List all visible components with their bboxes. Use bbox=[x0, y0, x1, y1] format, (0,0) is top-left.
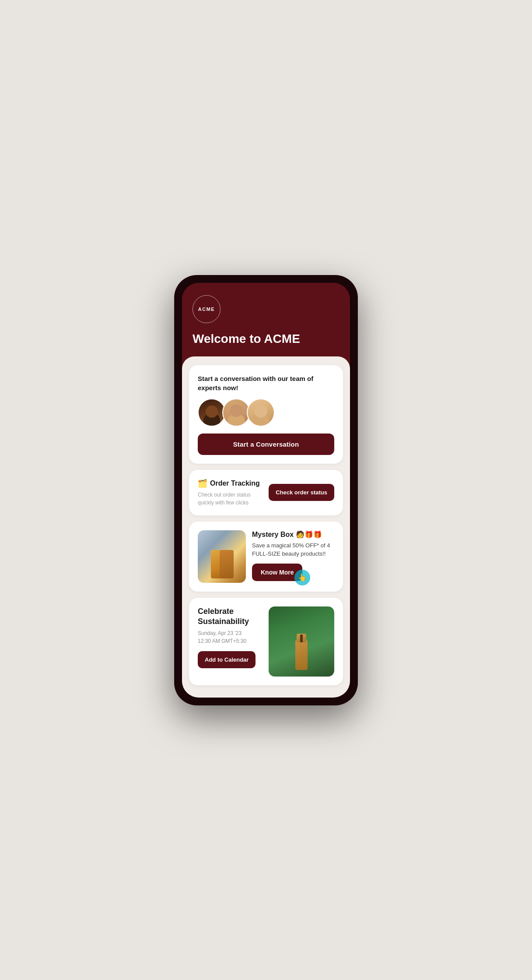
order-tracking-icon: 🗂️ bbox=[198, 479, 207, 488]
conversation-card-title: Start a conversation with our team of ex… bbox=[198, 374, 334, 392]
start-conversation-button[interactable]: Start a Conversation bbox=[198, 434, 334, 455]
conversation-card: Start a conversation with our team of ex… bbox=[189, 365, 343, 464]
avatar-agent-3 bbox=[247, 398, 275, 427]
avatars-row bbox=[198, 398, 334, 427]
logo-circle: ACME bbox=[192, 295, 220, 323]
mystery-box-image bbox=[198, 530, 246, 583]
sustainability-left: Celebrate Sustainability Sunday, Apr 23 … bbox=[198, 606, 262, 669]
order-tracking-left: 🗂️ Order Tracking Check out order status… bbox=[198, 479, 260, 507]
mystery-box-right: Mystery Box 🧑‍🎁🎁 Save a magical 50% OFF*… bbox=[252, 530, 334, 581]
sustainability-title: Celebrate Sustainability bbox=[198, 606, 262, 627]
order-tracking-card: 🗂️ Order Tracking Check out order status… bbox=[189, 470, 343, 515]
avatar-agent-1 bbox=[198, 398, 226, 427]
welcome-title: Welcome to ACME bbox=[192, 332, 340, 346]
sustainability-date: Sunday, Apr 23 '23 bbox=[198, 630, 262, 636]
bottle-cap bbox=[297, 634, 306, 642]
avatar-agent-2 bbox=[222, 398, 250, 427]
know-more-label: Know More bbox=[261, 569, 294, 576]
phone-content: Start a conversation with our team of ex… bbox=[182, 356, 350, 698]
phone-shell: ACME Welcome to ACME Start a conversatio… bbox=[174, 275, 358, 705]
order-tracking-description: Check out order status quickly with few … bbox=[198, 491, 259, 507]
cursor-indicator: 👆 bbox=[294, 570, 310, 585]
sustainability-image bbox=[269, 606, 334, 677]
mystery-box-card: Mystery Box 🧑‍🎁🎁 Save a magical 50% OFF*… bbox=[189, 522, 343, 592]
know-more-button[interactable]: Know More 👆 bbox=[252, 564, 302, 581]
add-to-calendar-button[interactable]: Add to Calendar bbox=[198, 651, 256, 668]
check-order-status-button[interactable]: Check order status bbox=[269, 484, 334, 501]
sustainability-time: 12:30 AM GMT+5:30 bbox=[198, 638, 262, 644]
order-tracking-title: Order Tracking bbox=[210, 479, 260, 487]
order-header: 🗂️ Order Tracking bbox=[198, 479, 260, 488]
app-header: ACME Welcome to ACME bbox=[182, 283, 350, 356]
sustainability-card: Celebrate Sustainability Sunday, Apr 23 … bbox=[189, 598, 343, 685]
mystery-box-title: Mystery Box 🧑‍🎁🎁 bbox=[252, 530, 334, 539]
mystery-box-description: Save a magical 50% OFF* of 4 FULL-SIZE b… bbox=[252, 541, 334, 558]
phone-inner: ACME Welcome to ACME Start a conversatio… bbox=[182, 283, 350, 698]
logo-text: ACME bbox=[198, 307, 215, 312]
